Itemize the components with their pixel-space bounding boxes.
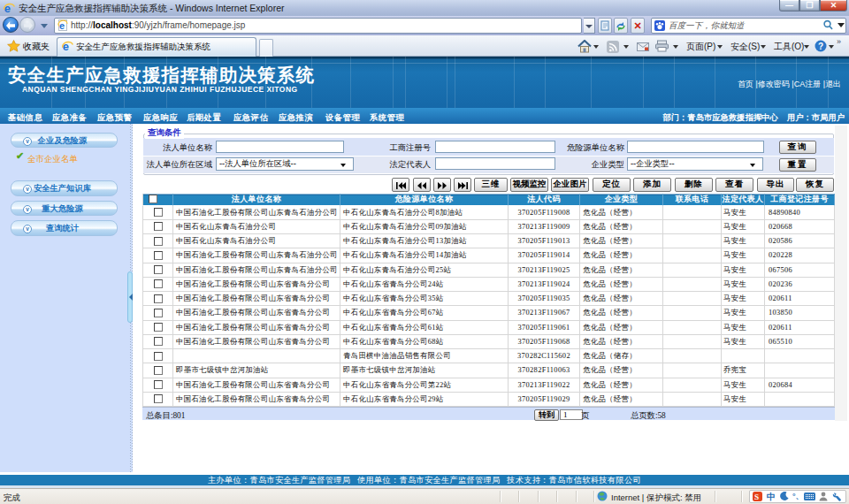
svg-text:S: S (754, 492, 759, 500)
svg-text:?: ? (818, 42, 823, 51)
